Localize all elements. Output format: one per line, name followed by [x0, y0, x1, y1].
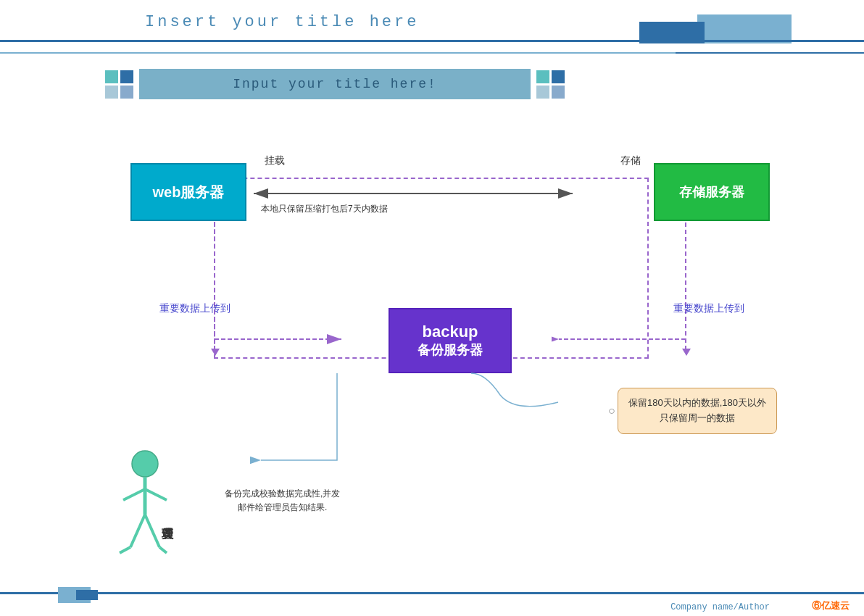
label-local-data: 本地只保留压缩打包后7天内数据: [261, 203, 388, 215]
svg-line-12: [145, 489, 167, 500]
header-deco-rect-light: [697, 14, 792, 43]
footer: Company name/Author ⑥亿速云: [0, 587, 864, 616]
header-line-right: [676, 52, 864, 54]
footer-line: [0, 592, 864, 594]
label-upload-left: 重要数据上传到: [159, 302, 230, 315]
label-storage: 存储: [620, 154, 641, 167]
backup-server-box: backup 备份服务器: [389, 308, 512, 373]
header-line-bottom: [0, 52, 676, 54]
storage-server-box: 存储服务器: [654, 163, 770, 221]
note-text: 备份完成校验数据完成性,并发 邮件给管理员告知结果.: [225, 487, 340, 515]
arrow-left-dashed: [214, 222, 215, 350]
tag-note-text: 保留180天以内的数据,180天以外 只保留周一的数据: [628, 397, 766, 423]
storage-server-label: 存储服务器: [679, 183, 744, 201]
header-area: Insert your title here: [0, 0, 864, 62]
sq-r-tl: [536, 70, 549, 83]
sq-r-br: [552, 86, 565, 99]
arrow-right-dashed: [685, 222, 686, 350]
label-upload-right: 重要数据上传到: [673, 302, 744, 315]
svg-line-11: [123, 489, 145, 500]
tag-note: 保留180天以内的数据,180天以外 只保留周一的数据: [618, 388, 777, 434]
arrow-right-to-backup: [552, 333, 686, 345]
footer-logo: ⑥亿速云: [812, 599, 850, 612]
svg-point-9: [132, 451, 158, 477]
arrow-to-admin-svg: [239, 373, 348, 504]
footer-rect-dark: [76, 590, 98, 600]
sq-tr: [120, 70, 133, 83]
main-title: Insert your title here: [145, 13, 419, 31]
web-server-box: web服务器: [130, 163, 246, 221]
footer-company: Company name/Author: [670, 602, 770, 612]
label-mount: 挂载: [265, 154, 285, 167]
backup-server-line2: 备份服务器: [418, 341, 483, 359]
sq-bl: [105, 86, 118, 99]
subtitle-text: Input your title here!: [233, 77, 437, 91]
svg-line-13: [130, 515, 145, 547]
sq-tl: [105, 70, 118, 83]
subtitle-squares-left: [105, 70, 133, 99]
admin-figure: [112, 446, 178, 562]
subtitle-area: Input your title here!: [105, 69, 565, 99]
header-line-top: [0, 40, 864, 42]
curve-to-tag: [428, 366, 573, 417]
diagram-area: web服务器 存储服务器 挂载 存储 本地只保留压缩打包后7天内数据 重要数据上…: [72, 120, 828, 573]
sq-r-bl: [536, 86, 549, 99]
backup-server-line1: backup: [422, 322, 478, 341]
svg-line-16: [159, 547, 167, 553]
arrow-left-to-backup: [215, 333, 349, 345]
subtitle-squares-right: [536, 70, 565, 99]
svg-line-14: [145, 515, 159, 547]
sq-r-tr: [552, 70, 565, 83]
subtitle-bar: Input your title here!: [139, 69, 531, 99]
web-server-label: web服务器: [153, 183, 225, 202]
svg-line-15: [120, 547, 130, 553]
sq-br: [120, 86, 133, 99]
double-arrow-svg: [246, 183, 580, 204]
